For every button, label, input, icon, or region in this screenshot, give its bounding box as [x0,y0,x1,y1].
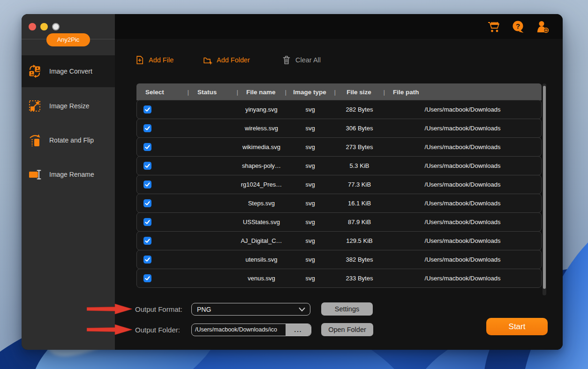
row-filesize: 306 Bytes [335,125,384,132]
row-imagetype: svg [286,162,335,169]
table-row[interactable]: Steps.svg svg 16.1 KiB /Users/macbook/Do… [136,194,542,213]
output-folder-field: /Users/macbook/Downloads/ico ... [191,324,311,336]
table-row[interactable]: shapes-poly… svg 5.3 KiB /Users/macbook/… [136,156,542,175]
row-checkbox[interactable] [143,199,151,207]
row-imagetype: svg [286,275,335,282]
table-row[interactable]: rg1024_Pres… svg 77.3 KiB /Users/macbook… [136,175,542,194]
row-filesize: 382 Bytes [335,256,384,263]
sidebar: Any2Pic Image Convert [22,14,115,350]
add-folder-label: Add Folder [217,56,250,64]
row-checkbox[interactable] [143,237,151,245]
sidebar-item-rotate-flip[interactable]: Rotate and Flip [22,124,115,156]
minimize-button[interactable] [40,23,48,30]
scrollbar-thumb[interactable] [543,86,546,289]
add-folder-button[interactable]: Add Folder [203,55,250,65]
row-filename: shapes-poly… [237,162,286,169]
col-file-name: File name [246,89,275,96]
row-filepath: /Users/macbook/Downloads [384,218,541,226]
row-filesize: 87.9 KiB [335,218,384,226]
clear-all-label: Clear All [295,56,321,64]
row-filepath: /Users/macbook/Downloads [384,237,541,244]
row-filename: wireless.svg [237,125,286,132]
row-checkbox[interactable] [143,124,151,132]
row-checkbox[interactable] [143,181,151,188]
image-resize-icon [28,99,41,113]
table-scrollbar[interactable] [543,83,546,295]
add-file-button[interactable]: Add File [135,55,173,65]
sidebar-item-label: Image Convert [49,68,92,75]
sidebar-item-image-resize[interactable]: Image Resize [22,90,115,122]
row-filename: wikimedia.svg [237,143,286,151]
sidebar-item-label: Rotate and Flip [49,136,94,144]
row-filename: venus.svg [237,275,286,282]
table-row[interactable]: AJ_Digital_C… svg 129.5 KiB /Users/macbo… [136,231,542,250]
app-window: Any2Pic Image Convert [22,14,563,350]
window-controls [29,23,60,30]
add-file-icon [135,55,144,65]
row-checkbox[interactable] [143,274,151,282]
row-checkbox[interactable] [143,162,151,170]
row-checkbox[interactable] [143,218,151,226]
output-folder-input[interactable]: /Users/macbook/Downloads/ico [192,324,286,336]
table-header: Select| Status| File name| Image type| F… [136,83,542,100]
svg-text:?: ? [516,22,520,30]
table-row[interactable]: yinyang.svg svg 282 Bytes /Users/macbook… [136,100,542,119]
row-filesize: 233 Bytes [335,275,384,282]
row-filepath: /Users/macbook/Downloads [384,200,541,207]
app-logo-badge: Any2Pic [46,33,90,46]
row-imagetype: svg [286,181,335,188]
close-button[interactable] [29,23,36,30]
row-filesize: 273 Bytes [335,143,384,151]
browse-button[interactable]: ... [286,324,311,336]
row-filename: rg1024_Pres… [237,181,286,188]
row-filename: USStates.svg [237,218,286,226]
table-row[interactable]: venus.svg svg 233 Bytes /Users/macbook/D… [136,269,542,288]
table-row[interactable]: wikimedia.svg svg 273 Bytes /Users/macbo… [136,137,542,157]
cart-icon[interactable] [487,20,500,33]
settings-button[interactable]: Settings [321,302,373,316]
row-filesize: 282 Bytes [335,106,384,113]
row-checkbox[interactable] [143,105,151,113]
start-button[interactable]: Start [486,318,548,335]
sidebar-item-label: Image Rename [49,171,94,178]
annotation-arrow-output-folder [87,324,133,335]
annotation-arrow-output-format [87,304,133,314]
add-file-label: Add File [149,56,173,64]
rotate-flip-icon [28,134,41,147]
chevron-down-icon [299,307,305,312]
sidebar-item-image-rename[interactable]: Image Rename [22,158,115,190]
open-folder-button[interactable]: Open Folder [321,323,373,336]
row-imagetype: svg [286,256,335,263]
row-imagetype: svg [286,237,335,244]
row-filesize: 5.3 KiB [335,162,384,169]
row-filename: utensils.svg [237,256,286,263]
table-row[interactable]: utensils.svg svg 382 Bytes /Users/macboo… [136,250,542,269]
row-imagetype: svg [286,200,335,207]
row-imagetype: svg [286,218,335,226]
col-file-path: File path [393,89,419,96]
row-filesize: 16.1 KiB [335,200,384,207]
sidebar-item-image-convert[interactable]: Image Convert [22,55,115,87]
row-imagetype: svg [286,106,335,113]
row-filesize: 77.3 KiB [335,181,384,188]
table-row[interactable]: USStates.svg svg 87.9 KiB /Users/macbook… [136,212,542,232]
help-icon[interactable]: ? [512,20,525,33]
image-rename-icon [28,168,41,181]
row-filepath: /Users/macbook/Downloads [384,125,541,132]
output-format-select[interactable]: PNG [191,303,310,316]
image-convert-icon [28,65,41,78]
titlebar: ? [115,14,563,39]
row-checkbox[interactable] [143,256,151,264]
output-format-value: PNG [197,306,211,313]
row-filepath: /Users/macbook/Downloads [384,143,541,151]
add-account-icon[interactable] [536,20,549,33]
output-folder-label: Output Folder: [135,324,196,336]
row-imagetype: svg [286,125,335,132]
col-select: Select [145,89,164,96]
table-row[interactable]: wireless.svg svg 306 Bytes /Users/macboo… [136,119,542,138]
clear-all-button[interactable]: Clear All [282,55,321,65]
row-checkbox[interactable] [143,143,151,151]
file-table: Select| Status| File name| Image type| F… [136,83,542,288]
zoom-button[interactable] [52,23,60,30]
row-filename: yinyang.svg [237,106,286,113]
